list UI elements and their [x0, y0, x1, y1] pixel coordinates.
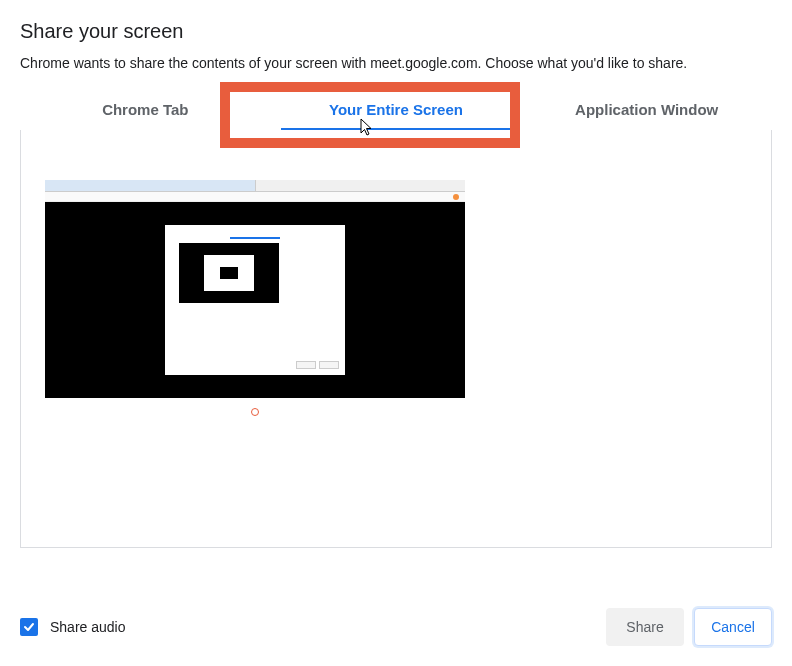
dialog-footer: Share audio Share Cancel [20, 608, 772, 646]
share-audio-option: Share audio [20, 618, 126, 636]
tab-bar: Chrome Tab Your Entire Screen Applicatio… [20, 89, 772, 130]
share-audio-label: Share audio [50, 619, 126, 635]
tab-chrome-tab[interactable]: Chrome Tab [20, 89, 271, 130]
dialog-title: Share your screen [20, 20, 772, 43]
tab-entire-screen[interactable]: Your Entire Screen [271, 89, 522, 130]
screen-thumbnail[interactable] [45, 180, 465, 440]
preview-area [20, 130, 772, 548]
dialog-subtitle: Chrome wants to share the contents of yo… [20, 55, 772, 71]
checkmark-icon [23, 621, 35, 633]
cancel-button[interactable]: Cancel [694, 608, 772, 646]
button-row: Share Cancel [606, 608, 772, 646]
share-audio-checkbox[interactable] [20, 618, 38, 636]
tab-application-window[interactable]: Application Window [521, 89, 772, 130]
share-button[interactable]: Share [606, 608, 684, 646]
